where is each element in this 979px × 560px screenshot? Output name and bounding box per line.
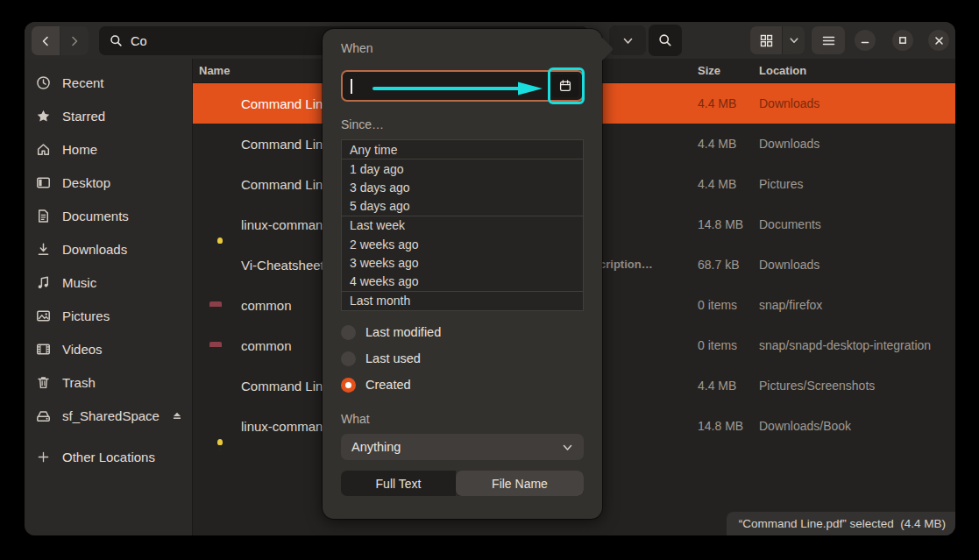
grid-view-icon [760,34,773,47]
maximize-icon [898,36,907,45]
chevron-down-icon [562,442,573,453]
sidebar-item-music[interactable]: Music [25,266,192,299]
sidebar-item-home[interactable]: Home [25,132,192,166]
since-option-last-week[interactable]: Last week [342,216,583,235]
trash-icon [35,374,51,390]
desktop-icon [35,174,51,190]
search-toggle-button[interactable] [649,25,682,56]
drive-icon [35,408,51,423]
calendar-icon [558,79,572,93]
full-text-button[interactable]: Full Text [341,471,456,496]
sidebar-item-label: Home [62,142,97,157]
radio-last-modified[interactable]: Last modified [341,323,441,342]
files-window: Co Recent [25,22,955,535]
file-location: Documents [759,217,821,231]
sidebar-item-label: Recent [62,75,104,90]
chevron-down-icon [789,35,799,46]
sidebar-item-pictures[interactable]: Pictures [25,299,192,332]
file-location: Downloads [759,258,819,272]
file-size: 0 items [698,338,737,352]
since-option-4-weeks[interactable]: 4 weeks ago [342,273,583,291]
radio-button-selected-icon [341,378,356,393]
forward-button[interactable] [60,26,89,55]
since-option-3-weeks[interactable]: 3 weeks ago [342,253,583,272]
sidebar-item-starred[interactable]: Starred [25,99,192,132]
hamburger-menu-icon [822,35,835,46]
since-option-1-day[interactable]: 1 day ago [342,159,583,178]
sidebar-item-documents[interactable]: Documents [25,199,192,232]
column-header-name[interactable]: Name [199,64,230,77]
file-location: snap/firefox [759,298,822,312]
sidebar-item-label: Trash [62,375,96,390]
file-size: 4.4 MB [698,96,736,110]
radio-created[interactable]: Created [341,375,411,394]
eject-icon[interactable] [171,406,183,425]
since-label: Since… [341,117,384,131]
sidebar-item-label: Videos [62,342,103,357]
sidebar-item-label: Documents [62,209,129,223]
sidebar-item-label: Pictures [62,308,110,323]
star-icon [35,108,51,124]
sidebar-item-label: sf_SharedSpace [62,408,160,423]
search-snippet-fragment: cription… [599,258,653,271]
text-cursor [351,79,352,94]
minimize-button[interactable] [855,30,876,51]
sidebar-item-label: Downloads [62,242,127,257]
date-input[interactable] [341,70,584,102]
radio-button-icon [341,325,356,340]
sidebar-item-videos[interactable]: Videos [25,332,192,365]
what-label: What [341,412,370,426]
back-button[interactable] [32,26,60,55]
sidebar-item-trash[interactable]: Trash [25,365,192,399]
file-location: Downloads [759,137,819,151]
file-size: 4.4 MB [698,379,736,393]
close-icon [934,36,944,46]
main-menu-button[interactable] [812,26,845,54]
sidebar-item-shared-space[interactable]: sf_SharedSpace [25,399,192,432]
search-filter-popover: When Since… Any time 1 day ago 3 days ag… [323,29,602,519]
search-icon [658,33,672,47]
sidebar-item-desktop[interactable]: Desktop [25,166,192,199]
file-size: 14.8 MB [698,419,743,433]
radio-label: Last used [365,351,421,365]
minimize-icon [861,36,869,45]
file-name-button[interactable]: File Name [456,471,584,496]
sidebar-item-label: Desktop [62,175,110,190]
sidebar-item-label: Other Locations [62,450,155,464]
grid-view-button[interactable] [750,26,782,54]
radio-last-used[interactable]: Last used [341,349,421,368]
file-size: 4.4 MB [698,137,736,151]
view-options-button[interactable] [782,26,805,54]
since-option-5-days[interactable]: 5 days ago [342,197,583,216]
file-location: snap/snapd-desktop-integration [759,338,931,352]
sidebar-item-other-locations[interactable]: Other Locations [25,440,192,473]
what-dropdown[interactable]: Anything [341,434,584,460]
maximize-button[interactable] [892,30,913,51]
music-note-icon [35,274,51,290]
column-header-location[interactable]: Location [759,64,806,77]
calendar-button[interactable] [552,74,578,97]
search-query-text: Co [131,34,147,48]
chevron-right-icon [68,35,81,47]
sidebar-item-label: Starred [62,109,105,124]
sidebar-item-recent[interactable]: Recent [25,66,192,99]
since-option-any-time[interactable]: Any time [342,140,583,159]
status-badge: “Command Line.pdf” selected (4.4 MB) [727,512,955,535]
since-option-last-month[interactable]: Last month [342,291,583,310]
radio-label: Created [365,378,411,392]
since-option-3-days[interactable]: 3 days ago [342,178,583,196]
column-header-size[interactable]: Size [698,64,720,77]
since-option-2-weeks[interactable]: 2 weeks ago [342,235,583,253]
what-dropdown-value: Anything [351,440,401,454]
file-size: 68.7 kB [698,258,739,272]
file-location: Downloads [759,96,819,110]
file-location: Pictures [759,177,804,191]
sidebar-item-label: Music [62,275,96,290]
close-button[interactable] [928,30,949,51]
search-mode-toggle: Full Text File Name [341,471,584,496]
sidebar-item-downloads[interactable]: Downloads [25,232,192,266]
since-options-list: Any time 1 day ago 3 days ago 5 days ago… [341,139,584,311]
chevron-left-icon [39,35,52,47]
search-filter-dropdown-button[interactable] [609,25,646,55]
home-icon [35,141,51,157]
